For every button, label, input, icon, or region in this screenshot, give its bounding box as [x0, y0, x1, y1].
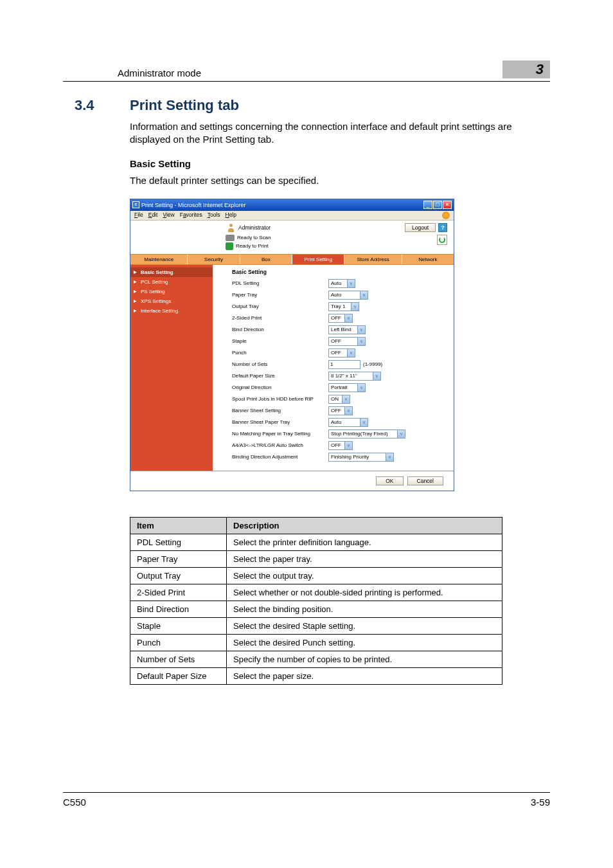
section-title: Print Setting tab [130, 97, 239, 114]
footer-page: 3-59 [531, 797, 550, 808]
select-no-match[interactable]: Stop Printing(Tray Fixed)v [328, 429, 405, 439]
select-banner-tray[interactable]: Autov [328, 418, 368, 427]
admin-label: Administrator [238, 224, 271, 231]
chevron-down-icon: v [345, 441, 353, 450]
sidebar-item-interface[interactable]: Interface Setting [130, 306, 213, 316]
menu-view[interactable]: View [163, 212, 174, 219]
select-pdl[interactable]: Autov [328, 279, 355, 288]
chevron-down-icon: v [360, 291, 368, 300]
label-punch: Punch [232, 350, 328, 356]
chevron-down-icon: v [358, 325, 366, 334]
select-orig-dir[interactable]: Portraitv [328, 383, 366, 392]
table-row: Bind DirectionSelect the binding positio… [130, 601, 502, 617]
label-output-tray: Output Tray [232, 303, 328, 309]
refresh-icon [439, 237, 445, 243]
cell-desc: Select the desired Staple setting. [227, 617, 502, 634]
select-output-tray[interactable]: Tray 1v [328, 302, 359, 311]
label-no-match: No Matching Paper in Tray Setting [232, 431, 328, 437]
th-desc: Description [227, 517, 502, 534]
sidebar-item-basic[interactable]: Basic Setting [130, 267, 213, 277]
logout-button[interactable]: Logout [405, 223, 436, 232]
sidebar-item-ps[interactable]: PS Setting [130, 287, 213, 296]
label-pdl: PDL Setting [232, 280, 328, 286]
sidebar-item-xps[interactable]: XPS Settings [130, 296, 213, 306]
select-bind-dir[interactable]: Left Bindv [328, 325, 366, 334]
ie-logo-icon [442, 212, 450, 219]
select-banner-setting[interactable]: OFFv [328, 406, 353, 415]
label-num-sets: Number of Sets [232, 361, 328, 367]
chevron-down-icon: v [351, 302, 359, 311]
footer-model: C550 [63, 797, 86, 808]
table-row: Paper TraySelect the paper tray. [130, 550, 502, 567]
scanner-icon [226, 235, 235, 241]
table-row: PunchSelect the desired Punch setting. [130, 634, 502, 651]
ie-icon: e [132, 201, 139, 208]
select-auto-switch[interactable]: OFFv [328, 441, 353, 450]
help-button[interactable]: ? [438, 223, 447, 232]
chevron-down-icon: v [373, 372, 381, 381]
table-row: Output TraySelect the output tray. [130, 567, 502, 584]
chevron-down-icon: v [386, 453, 394, 462]
close-button[interactable]: × [443, 201, 452, 209]
label-banner-setting: Banner Sheet Setting [232, 408, 328, 413]
tab-security[interactable]: Security [188, 255, 240, 264]
select-2sided[interactable]: OFFv [328, 314, 353, 323]
ok-button[interactable]: OK [376, 476, 403, 485]
cell-item: Default Paper Size [130, 667, 227, 684]
menu-help[interactable]: Help [226, 212, 236, 219]
table-row: StapleSelect the desired Staple setting. [130, 617, 502, 634]
subsection-text: The default printer settings can be spec… [130, 174, 550, 187]
cell-desc: Select the paper tray. [227, 550, 502, 567]
tab-maintenance[interactable]: Maintenance [130, 255, 188, 264]
chapter-number-badge: 3 [502, 60, 550, 78]
select-spool[interactable]: ONv [328, 395, 350, 404]
cell-item: 2-Sided Print [130, 584, 227, 601]
cell-item: Number of Sets [130, 651, 227, 667]
sidebar-item-pcl[interactable]: PCL Setting [130, 277, 213, 287]
select-binding-adj[interactable]: Finishing Priorityv [328, 453, 394, 462]
chevron-down-icon: v [348, 348, 355, 357]
cell-item: Paper Tray [130, 550, 227, 567]
label-orig-dir: Original Direction [232, 384, 328, 390]
label-binding-adj: Binding Direction Adjustment [232, 454, 328, 460]
cell-desc: Select whether or not double-sided print… [227, 584, 502, 601]
menu-tools[interactable]: Tools [208, 212, 220, 219]
menu-edit[interactable]: Edit [148, 212, 158, 219]
menu-file[interactable]: File [134, 212, 143, 219]
cell-desc: Select the paper size. [227, 667, 502, 684]
description-table: Item Description PDL SettingSelect the p… [130, 517, 502, 685]
chevron-down-icon: v [398, 429, 405, 439]
table-row: Default Paper SizeSelect the paper size. [130, 667, 502, 684]
breadcrumb: Administrator mode [118, 68, 201, 78]
select-paper-tray[interactable]: Autov [328, 291, 368, 300]
tab-store-address[interactable]: Store Address [344, 255, 402, 264]
input-num-sets[interactable] [328, 360, 360, 369]
table-row: Number of SetsSpecify the number of copi… [130, 651, 502, 667]
refresh-button[interactable] [437, 235, 447, 245]
cancel-button[interactable]: Cancel [407, 476, 443, 485]
section-intro: Information and settings concerning the … [130, 120, 550, 147]
label-staple: Staple [232, 338, 328, 344]
printer-icon [226, 242, 233, 250]
subsection-heading: Basic Setting [130, 158, 550, 169]
table-row: PDL SettingSelect the printer definition… [130, 534, 502, 550]
table-row: 2-Sided PrintSelect whether or not doubl… [130, 584, 502, 601]
form-title: Basic Setting [232, 269, 443, 275]
menu-favorites[interactable]: Favorites [180, 212, 202, 219]
chevron-down-icon: v [345, 406, 353, 415]
chevron-down-icon: v [348, 279, 355, 288]
tab-box[interactable]: Box [240, 255, 292, 264]
select-staple[interactable]: OFFv [328, 337, 366, 346]
tab-network[interactable]: Network [402, 255, 454, 264]
tab-print-setting[interactable]: Print Setting [292, 255, 344, 264]
maximize-button[interactable]: □ [433, 201, 442, 209]
minimize-button[interactable]: _ [423, 201, 432, 209]
cell-item: Staple [130, 617, 227, 634]
status-print: Ready to Print [236, 243, 269, 249]
window-titlebar: e Print Setting - Microsoft Internet Exp… [130, 199, 454, 211]
cell-desc: Select the desired Punch setting. [227, 634, 502, 651]
label-2sided: 2-Sided Print [232, 315, 328, 321]
select-def-paper[interactable]: 8 1/2" x 11"v [328, 372, 381, 381]
cell-desc: Select the printer definition language. [227, 534, 502, 550]
select-punch[interactable]: OFFv [328, 348, 355, 357]
